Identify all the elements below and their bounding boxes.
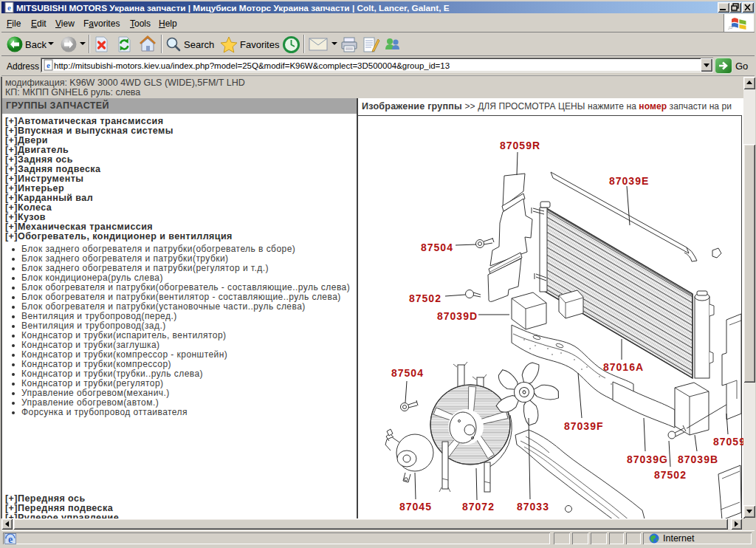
svg-text:e: e	[8, 534, 13, 545]
svg-text:e: e	[7, 3, 11, 12]
svg-text:e: e	[47, 61, 50, 69]
